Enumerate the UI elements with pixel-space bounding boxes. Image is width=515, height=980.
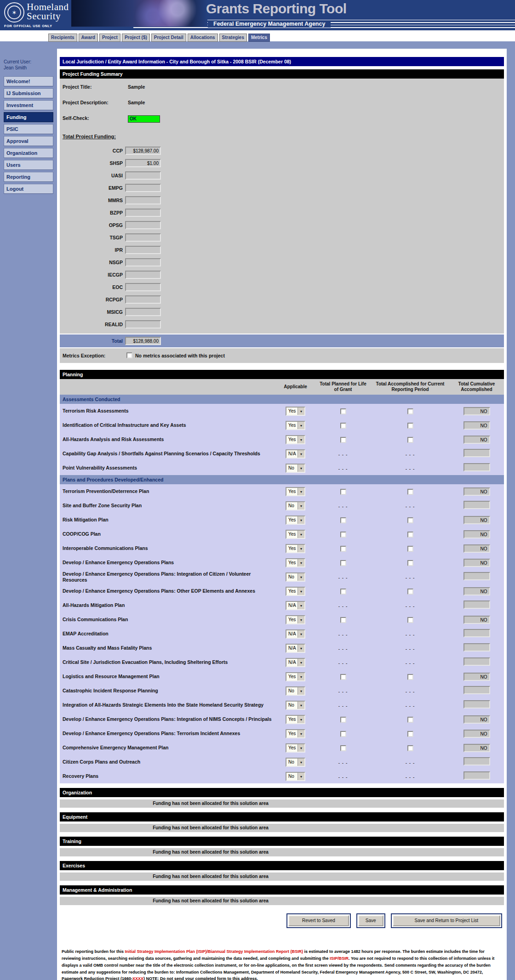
sidebar: Current User: Jean Smith Welcome!IJ Subm…	[0, 41, 57, 196]
tab-recipients[interactable]: Recipients	[48, 34, 77, 42]
accomplished-checkbox[interactable]	[407, 408, 413, 414]
applicable-select[interactable]: No▼	[286, 572, 305, 582]
applicable-select[interactable]: Yes▼	[286, 530, 305, 539]
tab-allocations[interactable]: Allocations	[188, 34, 218, 42]
funding-input-eoc[interactable]	[125, 283, 161, 291]
accomplished-checkbox[interactable]	[407, 546, 413, 552]
metrics-exception-checkbox[interactable]	[126, 352, 132, 358]
applicable-select[interactable]: Yes▼	[286, 487, 305, 496]
planned-checkbox[interactable]	[340, 546, 346, 552]
applicable-select[interactable]: No▼	[286, 701, 305, 710]
funding-input-ipr[interactable]	[125, 246, 161, 254]
applicable-select[interactable]: Yes▼	[286, 421, 305, 430]
funding-input-opsg[interactable]	[125, 221, 161, 229]
tab-project-detail[interactable]: Project Detail	[151, 34, 186, 42]
accomplished-checkbox[interactable]	[407, 717, 413, 723]
sidebar-item-organization[interactable]: Organization	[4, 148, 53, 158]
applicable-select[interactable]: Yes▼	[286, 544, 305, 553]
funding-input-iecgp[interactable]	[125, 271, 161, 279]
sidebar-item-users[interactable]: Users	[4, 160, 53, 170]
sidebar-item-welcome[interactable]: Welcome!	[4, 76, 53, 86]
cumulative-cell	[449, 501, 504, 511]
project-title-row: Project Title: Sample	[60, 83, 504, 99]
planned-checkbox[interactable]	[340, 617, 346, 623]
planned-checkbox[interactable]	[340, 408, 346, 414]
applicable-select[interactable]: No▼	[286, 686, 305, 696]
funding-input-mmrs[interactable]	[125, 196, 161, 204]
planned-checkbox[interactable]	[340, 560, 346, 566]
planned-checkbox[interactable]	[340, 589, 346, 595]
funding-input-uasi[interactable]	[125, 171, 161, 180]
applicable-select[interactable]: N/A▼	[286, 449, 305, 459]
applicable-select[interactable]: N/A▼	[286, 658, 305, 667]
planned-checkbox[interactable]	[340, 423, 346, 429]
funding-input-bzpp[interactable]	[125, 209, 161, 217]
accomplished-checkbox[interactable]	[407, 731, 413, 737]
tab-metrics[interactable]: Metrics	[248, 34, 270, 42]
metric-label: Develop / Enhance Emergency Operations P…	[60, 715, 276, 723]
accomplished-checkbox[interactable]	[407, 489, 413, 495]
funding-input-rcpgp[interactable]	[125, 295, 161, 304]
applicable-select[interactable]: N/A▼	[286, 644, 305, 653]
funding-input-nsgp[interactable]	[125, 258, 161, 266]
applicable-select[interactable]: N/A▼	[286, 601, 305, 610]
funding-input-shsp[interactable]: $1.00	[125, 159, 161, 167]
applicable-select[interactable]: Yes▼	[286, 558, 305, 567]
save-and-return-to-project-list-button[interactable]: Save and Return to Project List	[393, 915, 500, 926]
sidebar-item-approval[interactable]: Approval	[4, 136, 53, 146]
sidebar-item-psic[interactable]: PSIC	[4, 124, 53, 134]
applicable-select[interactable]: Yes▼	[286, 435, 305, 444]
accomplished-checkbox[interactable]	[407, 517, 413, 523]
applicable-select[interactable]: Yes▼	[286, 407, 305, 416]
applicable-select[interactable]: No▼	[286, 772, 305, 781]
applicable-select[interactable]: No▼	[286, 501, 305, 510]
funding-input-ccp[interactable]: $128,987.00	[125, 147, 161, 155]
tab-strategies[interactable]: Strategies	[219, 34, 247, 42]
tab-project-dollar[interactable]: Project ($)	[122, 34, 150, 42]
planned-checkbox[interactable]	[340, 517, 346, 523]
applicable-select[interactable]: Yes▼	[286, 715, 305, 724]
cumulative-value-box	[464, 463, 490, 471]
applicable-cell: N/A▼	[276, 643, 315, 653]
applicable-select[interactable]: Yes▼	[286, 672, 305, 681]
revert-to-saved-button[interactable]: Revert to Saved	[288, 915, 349, 926]
sidebar-item-funding[interactable]: Funding	[4, 112, 53, 122]
accomplished-checkbox[interactable]	[407, 745, 413, 751]
sidebar-item-investment[interactable]: Investment	[4, 100, 53, 110]
funding-row-ipr: IPR	[60, 246, 504, 254]
applicable-select[interactable]: Yes▼	[286, 729, 305, 738]
planned-checkbox[interactable]	[340, 717, 346, 723]
planned-checkbox[interactable]	[340, 489, 346, 495]
funding-input-tsgp[interactable]	[125, 233, 161, 242]
applicable-select[interactable]: Yes▼	[286, 515, 305, 525]
accomplished-checkbox[interactable]	[407, 532, 413, 538]
not-applicable-dashes: - - -	[338, 632, 348, 637]
sidebar-item-reporting[interactable]: Reporting	[4, 172, 53, 182]
accomplished-checkbox[interactable]	[407, 423, 413, 429]
applicable-select[interactable]: Yes▼	[286, 615, 305, 624]
accomplished-checkbox[interactable]	[407, 437, 413, 443]
sidebar-item-ij-submission[interactable]: IJ Submission	[4, 88, 53, 98]
planned-checkbox[interactable]	[340, 437, 346, 443]
applicable-select[interactable]: Yes▼	[286, 587, 305, 596]
applicable-select[interactable]: Yes▼	[286, 743, 305, 753]
applicable-select[interactable]: N/A▼	[286, 629, 305, 639]
funding-row-iecgp: IECGP	[60, 271, 504, 279]
accomplished-checkbox[interactable]	[407, 674, 413, 680]
tab-award[interactable]: Award	[79, 34, 98, 42]
accomplished-checkbox[interactable]	[407, 589, 413, 595]
accomplished-checkbox[interactable]	[407, 617, 413, 623]
funding-input-empg[interactable]	[125, 184, 161, 192]
applicable-select[interactable]: No▼	[286, 758, 305, 767]
tab-project[interactable]: Project	[99, 34, 120, 42]
planned-checkbox[interactable]	[340, 674, 346, 680]
planned-checkbox[interactable]	[340, 731, 346, 737]
accomplished-checkbox[interactable]	[407, 560, 413, 566]
funding-input-msicg[interactable]	[125, 308, 161, 316]
planned-checkbox[interactable]	[340, 532, 346, 538]
save-button[interactable]: Save	[358, 915, 383, 926]
sidebar-item-logout[interactable]: Logout	[4, 184, 53, 194]
applicable-select[interactable]: No▼	[286, 464, 305, 473]
funding-input-realid[interactable]	[125, 320, 161, 329]
planned-checkbox[interactable]	[340, 745, 346, 751]
